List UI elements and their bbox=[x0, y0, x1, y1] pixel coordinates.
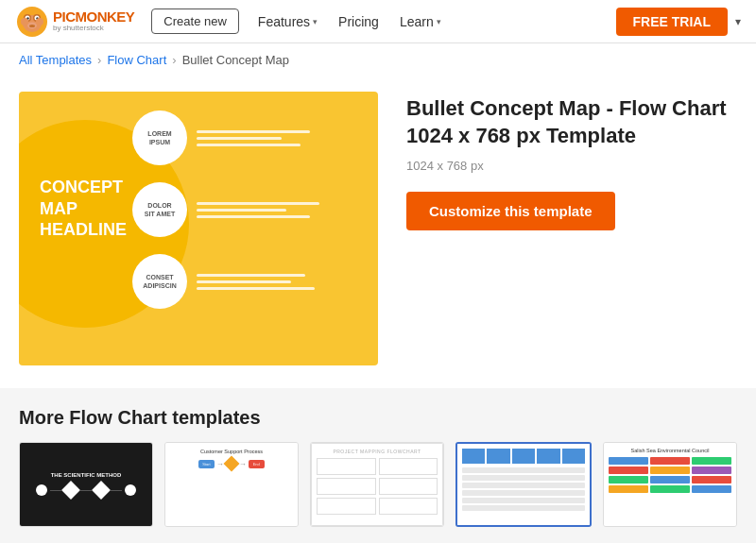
color-cell bbox=[692, 476, 731, 484]
main-content: CONCEPTMAPHEADLINE LOREMIPSUM DOLORSIT A… bbox=[0, 76, 756, 388]
template-thumb-project-mapping[interactable]: PROJECT MAPPING FLOWCHART bbox=[310, 442, 444, 527]
svg-point-9 bbox=[29, 25, 35, 27]
create-new-button[interactable]: Create new bbox=[151, 8, 238, 34]
free-trial-button[interactable]: FREE TRIAL bbox=[616, 8, 728, 36]
nav-learn[interactable]: Learn ▾ bbox=[400, 14, 441, 29]
breadcrumb-all-templates[interactable]: All Templates bbox=[19, 53, 92, 67]
breadcrumb: All Templates › Flow Chart › Bullet Conc… bbox=[0, 43, 756, 76]
flow-row-2: DOLORSIT AMET bbox=[132, 182, 350, 237]
header: PICMONKEY by shutterstock Create new Fea… bbox=[0, 0, 756, 43]
flow-line bbox=[197, 202, 319, 205]
grid-cell bbox=[379, 458, 438, 475]
logo[interactable]: PICMONKEY by shutterstock bbox=[15, 5, 134, 39]
template-title: Bullet Concept Map - Flow Chart1024 x 76… bbox=[406, 95, 737, 149]
flow-line bbox=[197, 215, 310, 218]
color-cell bbox=[692, 457, 731, 465]
flow-line bbox=[197, 130, 310, 133]
diamond-shape bbox=[92, 481, 111, 500]
color-cell bbox=[650, 476, 690, 484]
more-section: More Flow Chart templates THE SCIENTIFIC… bbox=[0, 388, 756, 543]
thumb3-label: PROJECT MAPPING FLOWCHART bbox=[317, 449, 438, 454]
grid-cell bbox=[379, 498, 438, 515]
arrow-icon: → bbox=[239, 460, 247, 468]
flow-lines-2 bbox=[197, 202, 319, 218]
color-cell bbox=[609, 476, 648, 484]
grid-cell bbox=[317, 498, 376, 515]
flow-circles: LOREMIPSUM DOLORSIT AMET bbox=[132, 110, 350, 356]
thumb5-rows bbox=[609, 457, 731, 493]
circle-icon bbox=[36, 484, 47, 496]
bar-item bbox=[512, 449, 535, 464]
thumb2-flow: Start → → End bbox=[171, 458, 292, 469]
decision-diamond bbox=[223, 456, 239, 472]
color-cell bbox=[692, 485, 731, 493]
table-row bbox=[462, 483, 585, 488]
logo-text: PICMONKEY by shutterstock bbox=[53, 9, 134, 33]
template-dimensions: 1024 x 768 px bbox=[406, 159, 737, 173]
table-row bbox=[462, 498, 585, 503]
thumb4-bars bbox=[462, 449, 585, 464]
flow-line bbox=[197, 137, 282, 140]
breadcrumb-flow-chart[interactable]: Flow Chart bbox=[107, 53, 166, 67]
header-menu-chevron[interactable]: ▾ bbox=[735, 15, 741, 28]
color-cell bbox=[609, 457, 648, 465]
template-thumb-blue-grid[interactable] bbox=[455, 442, 592, 527]
thumb3-grid bbox=[317, 458, 438, 515]
svg-point-10 bbox=[21, 18, 28, 25]
table-row bbox=[462, 475, 585, 481]
arrow-icon: → bbox=[216, 460, 224, 468]
flow-line bbox=[197, 144, 301, 146]
circle-icon bbox=[125, 484, 136, 496]
flow-lines-3 bbox=[197, 274, 315, 290]
breadcrumb-sep-1: › bbox=[97, 53, 101, 67]
table-row bbox=[462, 505, 585, 511]
process-rect: End bbox=[249, 460, 265, 468]
logo-icon bbox=[15, 5, 49, 39]
svg-point-11 bbox=[36, 18, 43, 25]
color-row bbox=[609, 485, 731, 493]
color-cell bbox=[609, 467, 648, 474]
circle-conset: CONSETADIPISCIN bbox=[132, 254, 187, 309]
color-row bbox=[609, 457, 731, 465]
color-cell bbox=[692, 467, 731, 474]
color-cell bbox=[650, 467, 690, 474]
nav-pricing[interactable]: Pricing bbox=[338, 14, 379, 29]
more-title: More Flow Chart templates bbox=[19, 407, 737, 429]
thumb5-label: Salish Sea Environmental Council bbox=[609, 448, 731, 453]
connector-line bbox=[80, 490, 92, 491]
grid-cell bbox=[317, 478, 376, 495]
thumb1-bg: THE SCIENTIFIC METHOD bbox=[20, 443, 152, 526]
bar-item bbox=[562, 449, 585, 464]
flow-line bbox=[197, 209, 286, 212]
thumb2-label: Customer Support Process bbox=[171, 449, 292, 454]
table-row bbox=[462, 490, 585, 496]
thumb1-flow bbox=[36, 484, 136, 497]
connector-line bbox=[50, 490, 61, 491]
preview-inner: CONCEPTMAPHEADLINE LOREMIPSUM DOLORSIT A… bbox=[19, 92, 378, 365]
template-thumb-customer-support[interactable]: Customer Support Process Start → → End bbox=[164, 442, 299, 527]
circle-dolor: DOLORSIT AMET bbox=[132, 182, 187, 237]
thumb4-bg bbox=[457, 444, 590, 525]
flow-line bbox=[197, 280, 291, 283]
thumb3-bg: PROJECT MAPPING FLOWCHART bbox=[311, 443, 443, 526]
template-thumb-salish-sea[interactable]: Salish Sea Environmental Council bbox=[603, 442, 737, 527]
color-row bbox=[609, 467, 731, 474]
table-row bbox=[462, 467, 585, 473]
bar-item bbox=[462, 449, 485, 464]
circle-lorem: LOREMIPSUM bbox=[132, 110, 187, 165]
bar-item bbox=[537, 449, 559, 464]
nav-features[interactable]: Features ▾ bbox=[258, 14, 318, 29]
thumb2-bg: Customer Support Process Start → → End bbox=[165, 443, 298, 526]
flow-line bbox=[197, 274, 305, 277]
thumb5-bg: Salish Sea Environmental Council bbox=[604, 443, 736, 526]
connector-line bbox=[111, 490, 122, 491]
flow-lines-1 bbox=[197, 130, 310, 146]
thumb1-title: THE SCIENTIFIC METHOD bbox=[51, 472, 122, 478]
grid-cell bbox=[317, 458, 376, 475]
color-cell bbox=[650, 457, 690, 465]
color-cell bbox=[609, 485, 648, 493]
color-cell bbox=[650, 485, 690, 493]
template-thumb-scientific[interactable]: THE SCIENTIFIC METHOD bbox=[19, 442, 153, 527]
customize-button[interactable]: Customize this template bbox=[406, 192, 615, 230]
breadcrumb-sep-2: › bbox=[172, 53, 176, 67]
